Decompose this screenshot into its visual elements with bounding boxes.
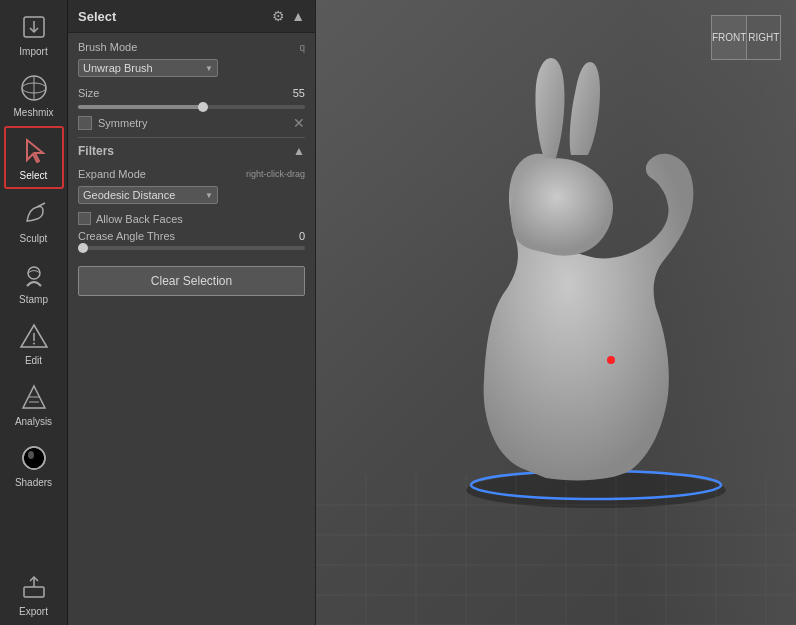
crease-angle-value: 0 xyxy=(299,230,305,242)
svg-rect-16 xyxy=(24,587,44,597)
size-value: 55 xyxy=(293,87,305,99)
sidebar-item-edit[interactable]: Edit xyxy=(4,313,64,372)
select-panel: Select ⚙ ▲ Brush Mode q Unwrap Brush Sur… xyxy=(68,0,316,625)
svg-point-6 xyxy=(28,267,40,279)
expand-mode-label: Expand Mode xyxy=(78,168,146,180)
sidebar-item-export[interactable]: Export xyxy=(4,564,64,623)
symmetry-label: Symmetry xyxy=(98,117,148,129)
select-icon xyxy=(17,134,51,168)
size-slider-row xyxy=(78,105,305,109)
edit-icon xyxy=(17,319,51,353)
symmetry-x-icon: ✕ xyxy=(293,115,305,131)
import-label: Import xyxy=(19,46,47,57)
size-slider-thumb[interactable] xyxy=(198,102,208,112)
panel-title: Select xyxy=(78,9,116,24)
crease-slider-row xyxy=(78,246,305,250)
right-label: RIGHT xyxy=(748,32,779,43)
svg-point-9 xyxy=(33,343,35,345)
selection-dot xyxy=(607,356,615,364)
expand-mode-row: Expand Mode right-click-drag xyxy=(78,168,305,180)
expand-hint: right-click-drag xyxy=(246,169,305,179)
left-sidebar: Import Meshmix Select Sculpt xyxy=(0,0,68,625)
geodesic-dropdown-container: Geodesic Distance 3D Distance UV Distanc… xyxy=(78,186,218,204)
symmetry-checkbox[interactable] xyxy=(78,116,92,130)
brush-mode-row: Brush Mode q xyxy=(78,41,305,53)
crease-slider-thumb[interactable] xyxy=(78,243,88,253)
crease-slider[interactable] xyxy=(78,246,305,250)
export-icon xyxy=(17,570,51,604)
bunny-right-ear xyxy=(570,62,600,155)
filters-label: Filters xyxy=(78,144,114,158)
crease-angle-label: Crease Angle Thres xyxy=(78,230,175,242)
allow-back-faces-row: Allow Back Faces xyxy=(78,212,305,225)
sidebar-item-stamp[interactable]: Stamp xyxy=(4,252,64,311)
sidebar-item-analysis[interactable]: Analysis xyxy=(4,374,64,433)
sidebar-item-import[interactable]: Import xyxy=(4,4,64,63)
import-icon xyxy=(17,10,51,44)
sidebar-item-select[interactable]: Select xyxy=(4,126,64,189)
sidebar-item-shaders[interactable]: Shaders xyxy=(4,435,64,494)
brush-mode-select[interactable]: Unwrap Brush Surface Brush Expand Brush xyxy=(78,59,218,77)
filters-collapse-icon[interactable]: ▲ xyxy=(293,144,305,158)
symmetry-row: Symmetry ✕ xyxy=(78,115,305,131)
brush-mode-shortcut: q xyxy=(299,42,305,53)
collapse-icon[interactable]: ▲ xyxy=(291,8,305,24)
filters-section-header: Filters ▲ xyxy=(78,137,305,162)
meshmix-icon xyxy=(17,71,51,105)
svg-point-15 xyxy=(28,451,34,459)
shaders-label: Shaders xyxy=(15,477,52,488)
size-label: Size xyxy=(78,87,99,99)
sidebar-item-meshmix[interactable]: Meshmix xyxy=(4,65,64,124)
stamp-icon xyxy=(17,258,51,292)
viewport[interactable]: FRONT RIGHT xyxy=(316,0,796,625)
front-label: FRONT xyxy=(712,32,746,43)
shaders-icon xyxy=(17,441,51,475)
geodesic-select[interactable]: Geodesic Distance 3D Distance UV Distanc… xyxy=(78,186,218,204)
sidebar-item-sculpt[interactable]: Sculpt xyxy=(4,191,64,250)
stamp-label: Stamp xyxy=(19,294,48,305)
export-label: Export xyxy=(19,606,48,617)
panel-body: Brush Mode q Unwrap Brush Surface Brush … xyxy=(68,33,315,625)
settings-icon[interactable]: ⚙ xyxy=(272,8,285,24)
meshmix-label: Meshmix xyxy=(13,107,53,118)
floor-grid xyxy=(316,395,796,625)
bunny-left-ear xyxy=(535,58,564,158)
panel-header: Select ⚙ ▲ xyxy=(68,0,315,33)
brush-mode-dropdown-container: Unwrap Brush Surface Brush Expand Brush xyxy=(78,59,218,77)
panel-header-icons: ⚙ ▲ xyxy=(272,8,305,24)
allow-back-faces-label: Allow Back Faces xyxy=(96,213,183,225)
bunny-head xyxy=(511,158,613,256)
geodesic-dropdown-wrapper: Geodesic Distance 3D Distance UV Distanc… xyxy=(78,186,305,204)
size-slider[interactable] xyxy=(78,105,305,109)
size-row: Size 55 xyxy=(78,87,305,99)
brush-mode-label: Brush Mode xyxy=(78,41,137,53)
sculpt-icon xyxy=(17,197,51,231)
analysis-icon xyxy=(17,380,51,414)
edit-label: Edit xyxy=(25,355,42,366)
clear-selection-button[interactable]: Clear Selection xyxy=(78,266,305,296)
brush-mode-dropdown-wrapper: Unwrap Brush Surface Brush Expand Brush xyxy=(78,59,305,77)
select-label: Select xyxy=(20,170,48,181)
analysis-label: Analysis xyxy=(15,416,52,427)
sculpt-label: Sculpt xyxy=(20,233,48,244)
allow-back-faces-checkbox[interactable] xyxy=(78,212,91,225)
crease-angle-row: Crease Angle Thres 0 xyxy=(78,230,305,242)
